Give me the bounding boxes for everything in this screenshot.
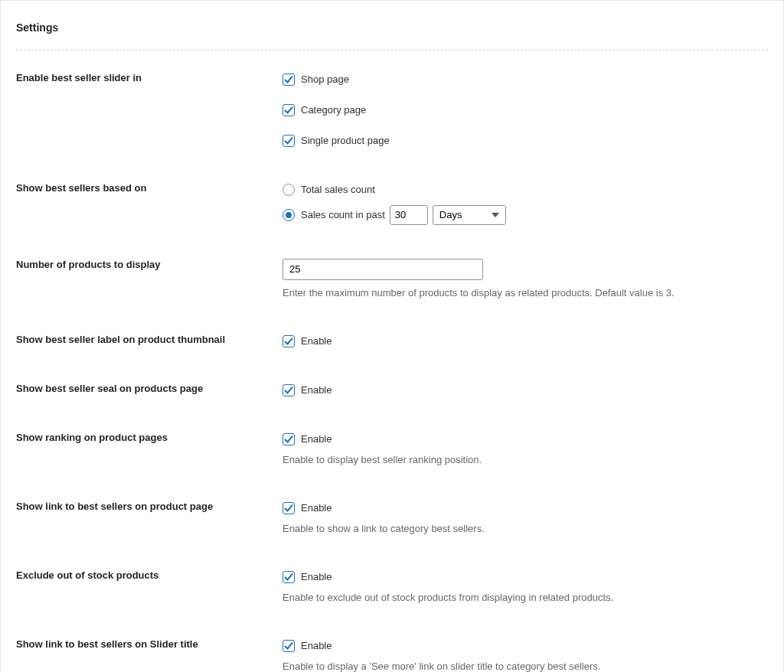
label-enable-slider-in: Enable best seller slider in [16, 72, 283, 148]
checkbox-label-thumb[interactable] [283, 335, 295, 347]
input-num-products[interactable] [283, 259, 483, 280]
label-show-label-thumb: Show best seller label on product thumbn… [16, 334, 283, 349]
checkbox-shop-page[interactable] [283, 73, 295, 86]
checkbox-exclude-oos[interactable] [283, 571, 295, 583]
page-title: Settings [16, 21, 768, 36]
radio-total-sales[interactable] [283, 184, 295, 196]
divider [16, 50, 768, 51]
radio-sales-past[interactable] [283, 209, 295, 221]
settings-form-table: Enable best seller slider in Shop page C… [16, 72, 768, 672]
checkbox-link-slider-title[interactable] [283, 640, 295, 652]
label-shop-page[interactable]: Shop page [301, 73, 349, 86]
label-show-link-slider-title: Show link to best sellers on Slider titl… [16, 638, 283, 672]
desc-link-product: Enable to show a link to category best s… [283, 522, 768, 536]
label-enable-link-slider-title[interactable]: Enable [301, 639, 332, 653]
select-past-unit[interactable]: Days [433, 205, 506, 225]
label-enable-ranking[interactable]: Enable [301, 432, 332, 446]
label-show-ranking: Show ranking on product pages [16, 432, 283, 467]
label-show-based-on: Show best sellers based on [16, 182, 283, 225]
label-num-products: Number of products to display [16, 259, 283, 300]
checkbox-ranking[interactable] [283, 433, 295, 445]
settings-panel: Settings Enable best seller slider in Sh… [0, 0, 784, 672]
label-enable-label-thumb[interactable]: Enable [301, 334, 332, 348]
label-show-link-product: Show link to best sellers on product pag… [16, 501, 283, 536]
label-enable-link-product[interactable]: Enable [301, 501, 332, 515]
label-total-sales[interactable]: Total sales count [301, 183, 375, 197]
input-past-days[interactable] [390, 205, 428, 225]
desc-ranking: Enable to display best seller ranking po… [283, 453, 768, 467]
label-single-product-page[interactable]: Single product page [301, 134, 390, 148]
label-enable-exclude-oos[interactable]: Enable [301, 570, 332, 584]
checkbox-category-page[interactable] [283, 104, 295, 116]
checkbox-link-product[interactable] [283, 502, 295, 514]
desc-num-products: Enter the maximum number of products to … [283, 286, 768, 300]
label-exclude-oos: Exclude out of stock products [16, 569, 283, 605]
checkbox-seal-page[interactable] [283, 384, 295, 396]
checkbox-single-product-page[interactable] [283, 135, 295, 147]
label-enable-seal[interactable]: Enable [301, 383, 332, 397]
label-show-seal-page: Show best seller seal on products page [16, 383, 283, 398]
label-sales-past[interactable]: Sales count in past [301, 208, 385, 222]
label-category-page[interactable]: Category page [301, 103, 366, 117]
desc-link-slider-title: Enable to display a 'See more' link on s… [283, 660, 768, 672]
desc-exclude-oos: Enable to exclude out of stock products … [283, 591, 768, 605]
